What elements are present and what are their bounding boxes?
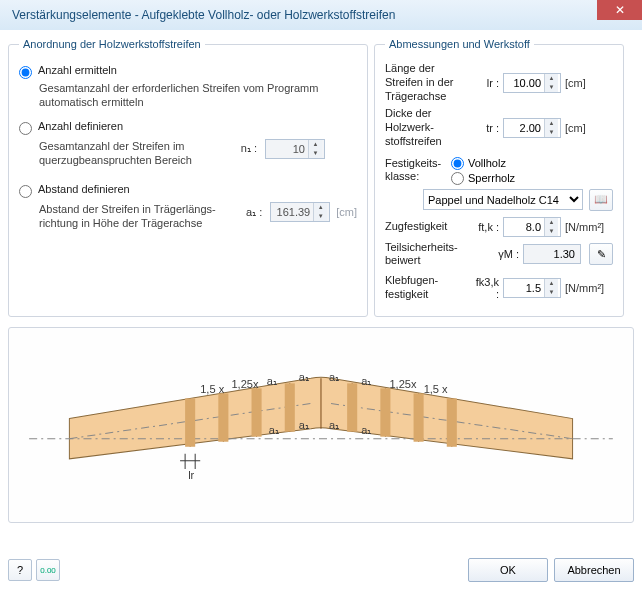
material-select[interactable]: Pappel und Nadelholz C14 — [423, 189, 583, 210]
spinner-up-icon[interactable]: ▲ — [545, 218, 558, 227]
svg-rect-15 — [285, 383, 295, 431]
thickness-symbol: tr : — [471, 122, 499, 134]
length-symbol: lr : — [471, 77, 499, 89]
svg-text:a₁: a₁ — [361, 423, 371, 435]
tensile-unit: [N/mm²] — [565, 221, 613, 233]
svg-text:a₁: a₁ — [299, 418, 309, 430]
svg-rect-13 — [218, 393, 228, 441]
spinner-up-icon[interactable]: ▲ — [545, 74, 558, 83]
cancel-button[interactable]: Abbrechen — [554, 558, 634, 582]
strength-class-label: Festigkeits-klasse: — [385, 157, 447, 185]
glue-spinner[interactable]: ▲▼ — [503, 278, 561, 298]
radio-sperrholz-label: Sperrholz — [468, 172, 515, 184]
radio-count-define-desc: Gesamtanzahl der Streifen im querzugbean… — [39, 139, 241, 168]
svg-text:lr: lr — [188, 468, 194, 480]
svg-text:a₁: a₁ — [269, 423, 279, 435]
radio-count-auto-label: Anzahl ermitteln — [38, 64, 117, 76]
n1-spinner: ▲▼ — [265, 139, 325, 159]
safety-symbol: γM : — [491, 248, 519, 260]
radio-spacing-define[interactable] — [19, 185, 32, 198]
svg-text:a₁: a₁ — [299, 371, 309, 383]
glue-input[interactable] — [504, 282, 544, 294]
thickness-input[interactable] — [504, 122, 544, 134]
length-unit: [cm] — [565, 77, 613, 89]
spinner-down-icon: ▼ — [314, 212, 327, 221]
svg-text:a₁: a₁ — [329, 371, 339, 383]
a1-spinner: ▲▼ — [270, 202, 330, 222]
radio-count-auto-desc: Gesamtanzahl der erforderlichen Streifen… — [39, 81, 357, 110]
svg-text:a₁: a₁ — [329, 418, 339, 430]
safety-field — [523, 244, 581, 264]
arrangement-group: Anordnung der Holzwerkstoffstreifen Anza… — [8, 38, 368, 317]
a1-input — [271, 206, 313, 218]
safety-edit-button[interactable]: ✎ — [589, 243, 613, 265]
spinner-down-icon[interactable]: ▼ — [545, 288, 558, 297]
radio-count-define[interactable] — [19, 122, 32, 135]
glue-unit: [N/mm²] — [565, 282, 613, 294]
spinner-up-icon[interactable]: ▲ — [545, 119, 558, 128]
tensile-spinner[interactable]: ▲▼ — [503, 217, 561, 237]
units-button[interactable]: 0.00 — [36, 559, 60, 581]
radio-count-define-label: Anzahl definieren — [38, 120, 123, 132]
spinner-up-icon: ▲ — [314, 203, 327, 212]
spinner-down-icon[interactable]: ▼ — [545, 227, 558, 236]
ok-button[interactable]: OK — [468, 558, 548, 582]
svg-text:a₁: a₁ — [361, 375, 371, 387]
units-icon: 0.00 — [40, 566, 56, 575]
beam-diagram: 1,5 x 1,25x a₁ a₁ a₁ a₁ 1,25x 1,5 x a₁ a… — [9, 328, 633, 523]
svg-rect-19 — [447, 398, 457, 446]
a1-symbol: a₁ : — [246, 206, 262, 219]
safety-label: Teilsicherheits-beiwert — [385, 241, 487, 269]
spinner-up-icon: ▲ — [309, 140, 322, 149]
length-spinner[interactable]: ▲▼ — [503, 73, 561, 93]
dimensions-legend: Abmessungen und Werkstoff — [385, 38, 534, 50]
glue-label: Klebfugen-festigkeit — [385, 274, 467, 302]
dimensions-group: Abmessungen und Werkstoff Länge der Stre… — [374, 38, 624, 317]
spinner-up-icon[interactable]: ▲ — [545, 279, 558, 288]
svg-rect-18 — [414, 393, 424, 441]
svg-rect-17 — [380, 388, 390, 436]
svg-rect-14 — [252, 388, 262, 436]
help-button[interactable]: ? — [8, 559, 32, 581]
svg-text:1,25x: 1,25x — [389, 378, 417, 390]
arrangement-legend: Anordnung der Holzwerkstoffstreifen — [19, 38, 205, 50]
svg-rect-12 — [185, 398, 195, 446]
titlebar: Verstärkungselemente - Aufgeklebte Vollh… — [0, 0, 642, 30]
svg-rect-16 — [347, 383, 357, 431]
thickness-label: Dicke der Holzwerk-stoffstreifen — [385, 107, 467, 148]
radio-sperrholz[interactable] — [451, 172, 464, 185]
radio-spacing-define-label: Abstand definieren — [38, 183, 130, 195]
tensile-symbol: ft,k : — [471, 221, 499, 233]
svg-text:a₁: a₁ — [267, 375, 277, 387]
spinner-down-icon: ▼ — [309, 149, 322, 158]
svg-text:1,25x: 1,25x — [231, 378, 259, 390]
close-button[interactable]: ✕ — [597, 0, 642, 20]
a1-unit: [cm] — [336, 206, 357, 218]
svg-text:1,5 x: 1,5 x — [200, 383, 224, 395]
glue-symbol: fk3,k : — [471, 276, 499, 300]
thickness-spinner[interactable]: ▲▼ — [503, 118, 561, 138]
svg-text:1,5 x: 1,5 x — [424, 383, 448, 395]
diagram-area: 1,5 x 1,25x a₁ a₁ a₁ a₁ 1,25x 1,5 x a₁ a… — [8, 327, 634, 523]
help-icon: ? — [17, 564, 23, 576]
radio-count-auto[interactable] — [19, 66, 32, 79]
length-label: Länge der Streifen in der Trägerachse — [385, 62, 467, 103]
window-title: Verstärkungselemente - Aufgeklebte Vollh… — [12, 8, 395, 22]
spinner-down-icon[interactable]: ▼ — [545, 83, 558, 92]
book-icon: 📖 — [594, 193, 608, 206]
radio-vollholz[interactable] — [451, 157, 464, 170]
safety-input — [524, 248, 578, 260]
tensile-label: Zugfestigkeit — [385, 220, 467, 234]
n1-symbol: n₁ : — [241, 142, 257, 155]
length-input[interactable] — [504, 77, 544, 89]
spinner-down-icon[interactable]: ▼ — [545, 128, 558, 137]
n1-input — [266, 143, 308, 155]
tensile-input[interactable] — [504, 221, 544, 233]
radio-spacing-define-desc: Abstand der Streifen in Trägerlängs-rich… — [39, 202, 246, 231]
edit-icon: ✎ — [597, 248, 606, 261]
thickness-unit: [cm] — [565, 122, 613, 134]
radio-vollholz-label: Vollholz — [468, 157, 506, 169]
library-button[interactable]: 📖 — [589, 189, 613, 211]
